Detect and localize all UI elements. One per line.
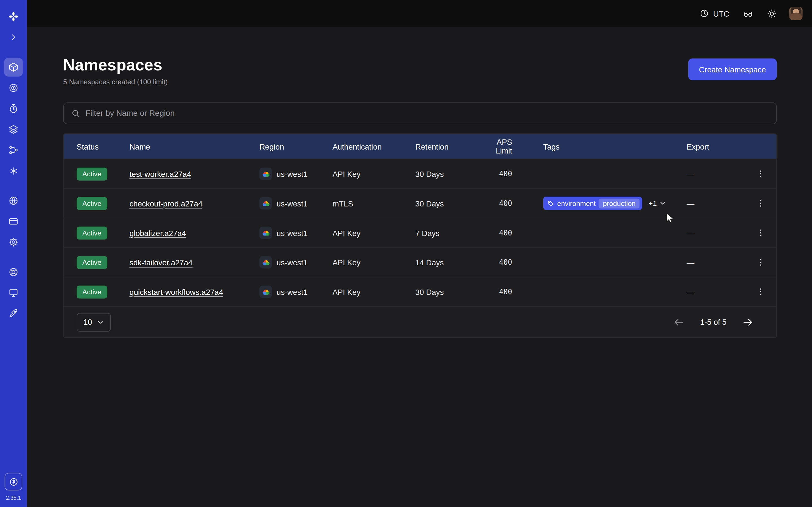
namespace-link[interactable]: globalizer.a27a4 [130, 228, 186, 237]
main-column: UTC Namespaces 5 Namespaces cr [27, 0, 812, 507]
page-size-value: 10 [84, 318, 92, 327]
page-title: Namespaces [63, 56, 168, 74]
kebab-icon [756, 169, 765, 179]
gcp-cloud-icon [259, 226, 272, 239]
sidebar: 2.35.1 [0, 0, 27, 507]
topbar: UTC [27, 0, 812, 27]
glasses-icon [743, 8, 754, 19]
auth-method: mTLS [333, 199, 415, 208]
column-header-status: Status [77, 142, 130, 151]
row-menu-button[interactable] [753, 255, 769, 270]
region-label: us-west1 [276, 258, 308, 267]
filter-bar [63, 103, 777, 124]
retention: 30 Days [415, 287, 480, 296]
sidebar-item-nexus[interactable] [4, 78, 23, 97]
rocket-icon [8, 308, 18, 319]
temporal-logo [4, 7, 23, 26]
timezone-label: UTC [713, 9, 729, 18]
aps-limit: 400 [480, 258, 515, 267]
sidebar-item-getting-started[interactable] [4, 304, 23, 323]
column-header-retention: Retention [415, 142, 480, 151]
theme-toggle-button[interactable] [762, 5, 782, 21]
sidebar-item-workflows[interactable] [4, 141, 23, 159]
column-header-name: Name [130, 142, 259, 151]
namespace-link[interactable]: quickstart-workflows.a27a4 [130, 287, 223, 296]
column-header-region: Region [259, 142, 333, 151]
row-menu-button[interactable] [753, 166, 769, 182]
pagination: 1-5 of 5 [671, 314, 756, 330]
chevron-right-icon [9, 33, 17, 41]
user-avatar[interactable] [789, 7, 803, 20]
settings-gear-icon [8, 237, 18, 247]
aps-limit: 400 [480, 288, 515, 296]
create-namespace-button[interactable]: Create Namespace [688, 59, 777, 80]
kebab-icon [756, 287, 765, 296]
row-menu-button[interactable] [753, 195, 769, 211]
tag-chip[interactable]: environment production [543, 196, 642, 210]
table-footer: 10 1-5 of 5 [64, 306, 776, 337]
next-page-button[interactable] [740, 314, 756, 330]
gcp-cloud-icon [259, 256, 272, 269]
sidebar-item-schedules[interactable] [4, 100, 23, 118]
tag-value: production [599, 198, 640, 208]
sidebar-item-deployments[interactable] [4, 120, 23, 138]
page-size-select[interactable]: 10 [77, 313, 111, 331]
previous-page-button[interactable] [671, 314, 687, 330]
gcp-cloud-icon [259, 197, 272, 210]
sidebar-item-namespaces[interactable] [4, 58, 23, 76]
sidebar-item-batch[interactable] [4, 161, 23, 180]
export-value: — [687, 170, 744, 178]
column-header-aps-limit: APS Limit [480, 138, 515, 155]
page-header: Namespaces 5 Namespaces created (100 lim… [63, 56, 777, 86]
column-header-tags: Tags [515, 142, 687, 151]
sidebar-item-support[interactable] [4, 263, 23, 281]
tag-key: environment [557, 200, 596, 207]
retention: 30 Days [415, 199, 480, 208]
usage-button[interactable] [5, 473, 22, 490]
tag-icon [547, 200, 554, 207]
arrow-left-icon [673, 316, 684, 328]
export-value: — [687, 258, 744, 267]
sidebar-item-docs[interactable] [4, 284, 23, 302]
row-menu-button[interactable] [753, 284, 769, 299]
namespace-link[interactable]: checkout-prod.a27a4 [130, 199, 202, 208]
labs-button[interactable] [737, 5, 758, 22]
timer-icon [8, 103, 18, 114]
pagination-range: 1-5 of 5 [700, 318, 726, 327]
logo-propeller-icon [8, 11, 19, 22]
sidebar-item-regions[interactable] [4, 191, 23, 210]
namespaces-table: Status Name Region Authentication Retent… [63, 133, 777, 338]
sidebar-collapse-toggle[interactable] [4, 28, 23, 47]
namespace-link[interactable]: test-worker.a27a4 [130, 170, 191, 178]
app-root: 2.35.1 UTC [0, 0, 812, 507]
filter-input[interactable] [86, 109, 769, 118]
support-lifebuoy-icon [8, 267, 18, 277]
table-row: Active globalizer.a27a4 us-west1 API Key… [64, 218, 776, 247]
table-row: Active sdk-failover.a27a4 us-west1 API K… [64, 247, 776, 277]
tag-more-count: +1 [649, 199, 657, 207]
region-label: us-west1 [276, 199, 308, 208]
tags-cell: environment production +1 [515, 196, 687, 210]
status-badge: Active [77, 167, 107, 180]
sidebar-item-billing[interactable] [4, 212, 23, 231]
row-menu-button[interactable] [753, 225, 769, 240]
column-header-export: Export [687, 142, 744, 151]
table-row: Active checkout-prod.a27a4 us-west1 mTLS… [64, 188, 776, 218]
app-version: 2.35.1 [6, 495, 21, 501]
export-value: — [687, 228, 744, 237]
clock-icon [700, 9, 709, 18]
table-row: Active test-worker.a27a4 us-west1 API Ke… [64, 159, 776, 188]
region-label: us-west1 [276, 228, 308, 237]
layers-icon [8, 124, 18, 135]
table-header-row: Status Name Region Authentication Retent… [64, 134, 776, 159]
billing-card-icon [8, 216, 18, 227]
sidebar-item-settings[interactable] [4, 233, 23, 251]
namespace-link[interactable]: sdk-failover.a27a4 [130, 258, 193, 267]
tag-expand-button[interactable] [659, 199, 667, 207]
timezone-button[interactable]: UTC [695, 6, 734, 21]
column-header-authentication: Authentication [333, 142, 415, 151]
status-badge: Active [77, 226, 107, 239]
status-badge: Active [77, 197, 107, 210]
aps-limit: 400 [480, 229, 515, 237]
asterisk-icon [8, 166, 18, 176]
